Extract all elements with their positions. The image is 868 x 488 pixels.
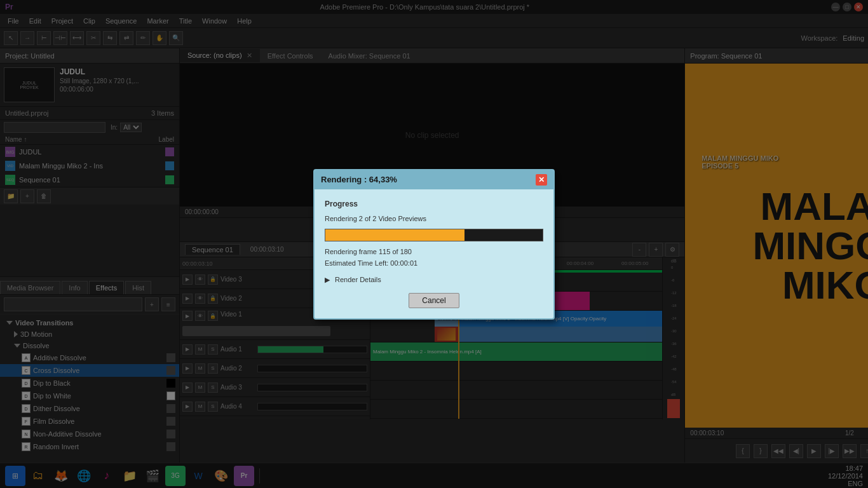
render-details-row: ▶ Render Details [325,276,543,284]
render-dialog: Rendering : 64,33% ✕ Progress Rendering … [313,169,555,320]
render-details-triangle: ▶ [325,276,330,284]
render-dialog-title-bar: Rendering : 64,33% ✕ [315,170,553,189]
render-dialog-body: Progress Rendering 2 of 2 Video Previews… [315,189,553,318]
render-details-label: Render Details [335,276,381,283]
render-dialog-close-button[interactable]: ✕ [536,174,547,186]
render-dialog-title-text: Rendering : 64,33% [321,175,397,184]
render-progress-fill [325,229,465,241]
render-cancel-row: Cancel [325,293,543,308]
render-frame-info: Rendering frame 115 of 180 [325,248,543,255]
render-cancel-button[interactable]: Cancel [409,293,459,308]
render-time-info: Estimated Time Left: 00:00:01 [325,259,543,267]
render-progress-bar [325,229,543,241]
render-progress-label: Progress [325,200,543,208]
render-overlay: Rendering : 64,33% ✕ Progress Rendering … [0,0,868,488]
render-status-text: Rendering 2 of 2 Video Previews [325,215,543,222]
